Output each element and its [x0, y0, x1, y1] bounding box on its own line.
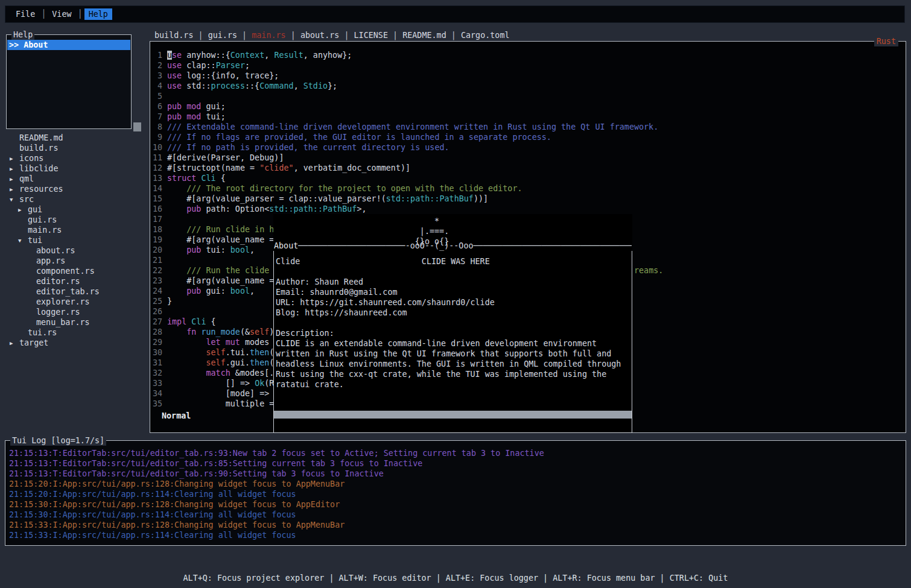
tab-gui-rs[interactable]: gui.rs: [208, 31, 237, 40]
tab-readme-md[interactable]: README.md: [402, 31, 446, 40]
code-token: std::path::PathBuf: [386, 194, 474, 203]
explorer-item[interactable]: editor_tab.rs: [6, 286, 145, 297]
explorer-item[interactable]: tui.rs: [6, 327, 145, 338]
code-line[interactable]: 4use std::process::{Command, Stdio};: [150, 81, 905, 91]
explorer-item[interactable]: editor.rs: [6, 276, 145, 286]
indent-spacer: [27, 277, 36, 287]
code-line[interactable]: 10/// If no path is provided, the curren…: [150, 142, 905, 153]
menu-option-about[interactable]: >> About: [7, 40, 130, 50]
tab-cargo-toml[interactable]: Cargo.toml: [461, 31, 510, 40]
code-line[interactable]: 13struct Cli {: [150, 173, 905, 183]
dialog-scrollbar[interactable]: [274, 411, 632, 419]
explorer-item-label: component.rs: [36, 267, 95, 276]
code-line[interactable]: 2use clap::Parser;: [150, 60, 905, 71]
explorer-item-label: tui: [28, 236, 42, 245]
code-token: (&: [240, 327, 250, 337]
code-token: Context: [230, 51, 264, 60]
code-token: modes: [240, 338, 274, 347]
explorer-item[interactable]: gui.rs: [6, 215, 145, 225]
explorer-item[interactable]: explorer.rs: [6, 297, 145, 307]
code-token: ;: [245, 61, 250, 70]
tab-license[interactable]: LICENSE: [354, 31, 388, 40]
code-line[interactable]: 9/// If no flags are provided, the GUI e…: [150, 132, 905, 142]
code-line[interactable]: 11#[derive(Parser, Debug)]: [150, 153, 905, 163]
code-token: pub: [186, 245, 201, 254]
explorer-item[interactable]: ▶qml: [6, 174, 145, 184]
indent-spacer: [27, 318, 36, 328]
code-line[interactable]: 7pub mod tui;: [150, 112, 905, 122]
code-token: run_mode: [201, 327, 240, 337]
line-number: 35: [150, 399, 162, 409]
explorer-item[interactable]: ▼tui: [6, 235, 145, 245]
line-number: 32: [150, 368, 162, 378]
code-text: #[structopt(name = "clide", verbatim_doc…: [162, 163, 410, 173]
dialog-text-line: Author: Shaun Reed: [276, 277, 631, 287]
explorer-item[interactable]: ▶gui: [6, 204, 145, 215]
dialog-title: About: [274, 241, 298, 250]
tab-separator: |: [194, 31, 208, 40]
code-token: self: [206, 348, 226, 357]
explorer-item[interactable]: ▶target: [6, 338, 145, 348]
log-entry: 21:15:30:I:App:src/tui/app.rs:128:Changi…: [9, 499, 906, 510]
line-number: 13: [150, 173, 162, 183]
code-text: /// Run clide in h: [162, 224, 274, 235]
code-token: [] =>: [167, 379, 255, 388]
line-number: 18: [150, 224, 162, 235]
explorer-item[interactable]: logger.rs: [6, 307, 145, 317]
menu-items: File│View│Help: [11, 8, 112, 20]
explorer-item[interactable]: app.rs: [6, 256, 145, 266]
explorer-item[interactable]: build.rs: [6, 143, 145, 153]
explorer-item[interactable]: menu_bar.rs: [6, 317, 145, 327]
code-line[interactable]: 6pub mod gui;: [150, 101, 905, 112]
explorer-item[interactable]: ▶icons: [6, 153, 145, 163]
code-line[interactable]: 1use anyhow::{Context, Result, anyhow};: [150, 50, 905, 60]
indent-spacer: [27, 308, 36, 318]
line-number: 6: [150, 101, 162, 112]
explorer-item[interactable]: ▼src: [6, 194, 145, 204]
explorer-item[interactable]: ▶libclide: [6, 163, 145, 174]
code-line[interactable]: 16 pub path: Option<std::path::PathBuf>,: [150, 204, 905, 214]
explorer-item[interactable]: README.md: [6, 133, 145, 143]
tab-main-rs[interactable]: main.rs: [252, 31, 285, 40]
code-token: #[arg(value_parser = clap::value_parser!…: [167, 194, 386, 203]
code-token: (R: [264, 379, 274, 388]
code-text: #[arg(value_parser = clap::value_parser!…: [162, 194, 488, 204]
explorer-item[interactable]: ▶resources: [6, 184, 145, 194]
code-token: #[arg(value_name =: [167, 276, 274, 285]
log-panel: Tui Log [log=1.7/s] 21:15:13:T:EditorTab…: [5, 440, 906, 546]
code-token: .tui.: [226, 348, 250, 357]
indent-spacer: [27, 287, 36, 297]
code-text: pub gui: bool,: [162, 286, 255, 296]
log-entry: 21:15:30:I:App:src/tui/app.rs:114:Cleari…: [9, 510, 906, 520]
line-number: 11: [150, 153, 162, 163]
code-line[interactable]: 5: [150, 91, 905, 101]
chevron-right-icon: ▶: [10, 338, 19, 349]
code-token: clap::: [182, 61, 215, 70]
chevron-down-icon: ▼: [10, 195, 19, 205]
code-line[interactable]: 15 #[arg(value_parser = clap::value_pars…: [150, 194, 905, 204]
line-number: 7: [150, 112, 162, 122]
code-token: [167, 348, 206, 357]
code-token: use: [167, 61, 182, 70]
tab-about-rs[interactable]: about.rs: [300, 31, 340, 40]
code-text: multiple =: [162, 399, 274, 409]
code-line[interactable]: 12#[structopt(name = "clide", verbatim_d…: [150, 163, 905, 173]
explorer-item[interactable]: component.rs: [6, 266, 145, 276]
tab-build-rs[interactable]: build.rs: [154, 31, 194, 40]
code-line[interactable]: 3use log::{info, trace};: [150, 71, 905, 81]
code-line[interactable]: 8/// Extendable command-line driven deve…: [150, 122, 905, 132]
code-text: [162, 306, 167, 317]
menu-item-view[interactable]: View: [48, 8, 75, 20]
explorer-item[interactable]: main.rs: [6, 225, 145, 235]
menu-separator: │: [41, 10, 46, 19]
code-text: #[derive(Parser, Debug)]: [162, 153, 284, 163]
dialog-text-line: headless Linux environments. The GUI is …: [276, 359, 631, 369]
line-number: 1: [150, 50, 162, 60]
explorer-item[interactable]: about.rs: [6, 245, 145, 256]
code-line[interactable]: 14 /// The root directory for the projec…: [150, 183, 905, 194]
scrollbar-thumb[interactable]: [133, 122, 141, 131]
code-token: }: [167, 297, 172, 306]
menu-item-help[interactable]: Help: [84, 8, 112, 20]
line-number: 26: [150, 306, 162, 317]
menu-item-file[interactable]: File: [11, 8, 39, 20]
